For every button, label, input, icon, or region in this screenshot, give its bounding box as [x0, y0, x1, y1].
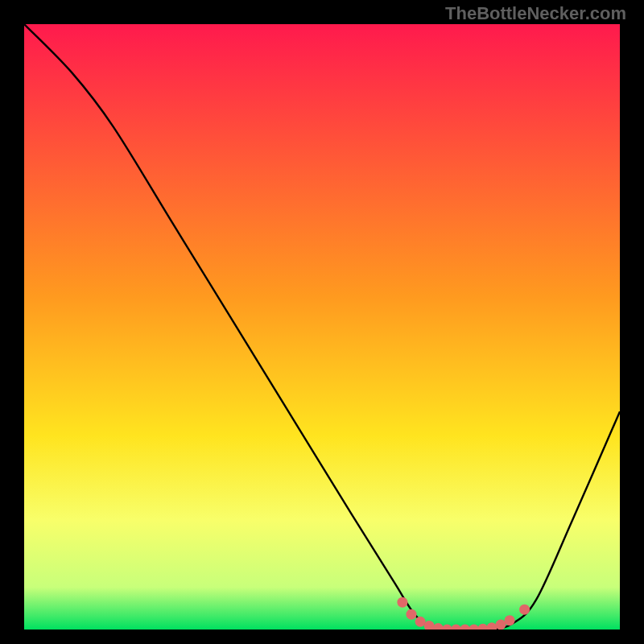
plot-area	[24, 24, 620, 630]
gradient-background	[24, 24, 620, 630]
marker-dot	[415, 617, 426, 627]
watermark-text: TheBottleNecker.com	[445, 3, 626, 24]
bottleneck-chart	[24, 24, 620, 630]
marker-dot	[519, 605, 530, 615]
marker-dot	[397, 597, 407, 608]
marker-dot	[496, 619, 506, 630]
marker-dot	[407, 609, 417, 620]
chart-container: TheBottleNecker.com	[0, 0, 644, 644]
marker-dot	[505, 615, 515, 625]
